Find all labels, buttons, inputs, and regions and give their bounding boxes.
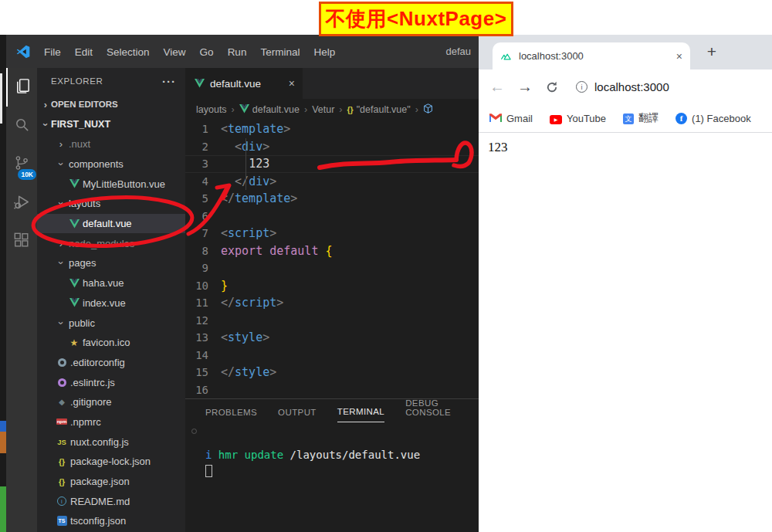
code-line-5[interactable]: 5</template> [185,190,479,208]
breadcrumb-item-vetur[interactable]: Vetur [312,104,334,115]
menu-item-terminal[interactable]: Terminal [253,46,306,58]
breadcrumb-separator: › [415,104,418,115]
bookmark-gmail[interactable]: Gmail [489,113,533,124]
tree-item-node-modules[interactable]: ›node_modules [37,233,185,253]
panel-tab-terminal[interactable]: TERMINAL [337,407,384,422]
tree-item-package-lock-json[interactable]: {}package-lock.json [37,452,185,472]
reload-icon[interactable] [545,80,559,94]
activity-run-debug[interactable] [6,184,37,222]
code-line-6[interactable]: 6 [185,208,479,225]
panel-tab-problems[interactable]: PROBLEMS [205,408,257,422]
tree-item-tsconfig-json[interactable]: TStsconfig.json [37,511,185,531]
code-line-13[interactable]: 13<style> [185,329,479,347]
explorer-sidebar: EXPLORER ··· › OPEN EDITORS › FIRST_NUXT… [37,68,185,532]
panel-tab-debug-console[interactable]: DEBUG CONSOLE [405,398,479,422]
tree-item-components[interactable]: ›components [37,154,185,175]
browser-tab-title: localhost:3000 [519,50,670,62]
menu-item-view[interactable]: View [157,46,193,58]
vue-icon [193,79,205,88]
bookmark-[interactable]: 文翻譯 [623,111,659,125]
tree-item-haha-vue[interactable]: haha.vue [37,273,185,293]
tree-item-mylittlebutton-vue[interactable]: MyLittleButton.vue [37,174,185,194]
activity-search[interactable] [6,107,37,145]
menu-item-help[interactable]: Help [306,46,342,58]
menu-item-run[interactable]: Run [221,46,254,58]
activity-extensions[interactable] [6,222,37,261]
tree-item-npmrc[interactable]: npm.npmrc [37,412,185,432]
vscode-titlebar: FileEditSelectionViewGoRunTerminalHelp d… [6,35,479,68]
breadcrumb-item-layouts[interactable]: layouts [196,104,227,115]
code-editor[interactable]: 1<template>2 <div>3 1234 </div>5</templa… [185,120,479,398]
code-line-15[interactable]: 15</style> [185,364,479,381]
activity-explorer[interactable] [6,68,37,107]
code-line-2[interactable]: 2 <div> [185,138,479,156]
vscode-logo-icon [15,44,31,59]
chevron-right-icon: › [56,238,66,249]
code-line-4[interactable]: 4 </div> [185,173,479,191]
code-line-9[interactable]: 9 [185,259,479,277]
tree-item-favicon-ico[interactable]: ★favicon.ico [37,333,185,353]
code-line-7[interactable]: 7<script> [185,225,479,242]
tree-item-gitignore[interactable]: ◆.gitignore [37,392,185,412]
code-line-16[interactable]: 16 [185,381,479,399]
terminal[interactable]: i hmr update /layouts/default.vue [205,447,479,481]
tree-item-package-json[interactable]: {}package.json [37,472,185,492]
tree-item-layouts[interactable]: ›layouts [37,194,185,214]
file-tree: ›.nuxt›componentsMyLittleButton.vue›layo… [37,134,185,531]
menu-item-go[interactable]: Go [193,46,221,58]
bookmark-1-facebook[interactable]: f(1) Facebook [676,112,751,124]
youtube-icon: ▶ [550,112,562,124]
breadcrumb-item-default-vue[interactable]: {}"default.vue" [347,104,410,115]
menu-item-edit[interactable]: Edit [68,46,100,58]
activity-source-control[interactable]: 10K [6,145,37,184]
editor-tabbar: default.vue × [185,68,479,99]
back-icon[interactable]: ← [489,78,505,96]
code-line-10[interactable]: 10} [185,277,479,295]
tree-item-public[interactable]: ›public [37,313,185,333]
tab-close-icon[interactable]: × [676,50,682,63]
breadcrumb-item-cube[interactable] [423,103,433,116]
tree-item-readme-md[interactable]: iREADME.md [37,491,185,511]
breadcrumb: layouts›default.vue›Vetur›{}"default.vue… [185,99,479,120]
translate-icon: 文 [623,112,634,125]
vscode-window: FileEditSelectionViewGoRunTerminalHelp d… [6,35,479,532]
tree-item-pages[interactable]: ›pages [37,253,185,273]
code-line-12[interactable]: 12 [185,312,479,330]
code-line-3[interactable]: 3 123 [185,155,479,173]
menu-item-selection[interactable]: Selection [100,46,157,58]
tree-item-nuxt-config-js[interactable]: JSnuxt.config.js [37,432,185,452]
search-icon [13,116,31,137]
breadcrumb-item-default-vue[interactable]: default.vue [239,104,300,116]
line-number: 5 [185,190,221,208]
site-info-icon[interactable]: i [576,81,587,93]
code-line-14[interactable]: 14 [185,347,479,364]
more-actions-icon[interactable]: ··· [162,75,176,88]
line-number: 14 [185,347,221,364]
address-bar[interactable]: i localhost:3000 [576,80,669,93]
tree-item-index-vue[interactable]: index.vue [37,293,185,313]
project-root-section[interactable]: › FIRST_NUXT [37,114,185,134]
line-number: 7 [185,225,221,242]
menu-item-file[interactable]: File [37,46,68,58]
browser-tabstrip: localhost:3000 × + [479,35,772,69]
panel-tabs: PROBLEMSOUTPUTTERMINALDEBUG CONSOLE [185,399,479,422]
tree-item-nuxt[interactable]: ›.nuxt [37,134,185,154]
diamond-icon: ◆ [56,398,68,406]
tab-close-icon[interactable]: × [289,77,295,90]
tree-item-eslintrc-js[interactable]: .eslintrc.js [37,372,185,392]
tree-item-default-vue[interactable]: default.vue [37,214,185,234]
gear-icon [56,358,68,367]
new-tab-button[interactable]: + [701,41,723,63]
browser-toolbar: ← → i localhost:3000 [479,69,772,104]
forward-icon[interactable]: → [517,78,533,96]
code-line-8[interactable]: 8export default { [185,242,479,260]
tab-default-vue[interactable]: default.vue × [185,68,303,99]
tree-item-editorconfig[interactable]: .editorconfig [37,353,185,373]
browser-tab[interactable]: localhost:3000 × [493,42,690,69]
code-line-1[interactable]: 1<template> [185,120,479,138]
open-editors-section[interactable]: › OPEN EDITORS [37,94,185,114]
code-line-11[interactable]: 11</script> [185,294,479,312]
breadcrumb-separator: › [304,104,307,115]
panel-tab-output[interactable]: OUTPUT [278,408,317,422]
bookmark-youtube[interactable]: ▶YouTube [550,112,606,124]
